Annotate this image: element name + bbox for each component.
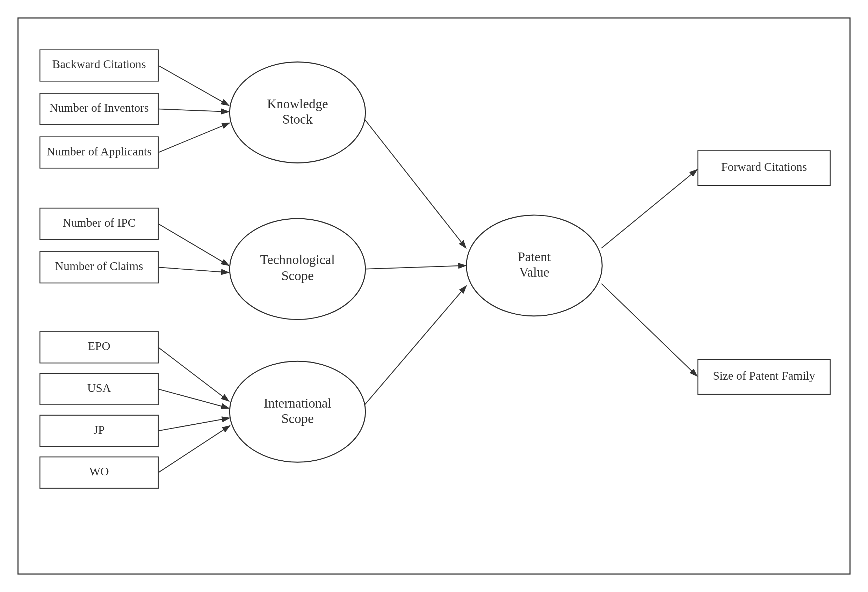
svg-text:International: International	[264, 396, 331, 410]
svg-text:Number of Applicants: Number of Applicants	[46, 145, 152, 158]
svg-text:Number of Inventors: Number of Inventors	[50, 101, 149, 114]
svg-text:Forward Citations: Forward Citations	[721, 160, 807, 173]
svg-line-16	[365, 286, 466, 405]
svg-text:EPO: EPO	[88, 339, 111, 352]
svg-text:Size of Patent Family: Size of Patent Family	[713, 369, 815, 382]
svg-line-6	[158, 109, 229, 112]
svg-line-18	[601, 284, 697, 376]
svg-text:Number of IPC: Number of IPC	[62, 216, 136, 229]
svg-text:Backward Citations: Backward Citations	[52, 57, 146, 71]
svg-text:Number of Claims: Number of Claims	[55, 259, 143, 272]
svg-line-13	[158, 426, 230, 473]
svg-line-15	[366, 265, 466, 269]
svg-line-12	[158, 418, 230, 431]
svg-line-7	[158, 123, 230, 153]
svg-text:WO: WO	[89, 465, 109, 478]
svg-text:USA: USA	[87, 381, 111, 394]
svg-text:Scope: Scope	[281, 411, 313, 426]
svg-text:Value: Value	[519, 265, 549, 280]
svg-line-17	[601, 169, 697, 248]
svg-line-14	[365, 119, 466, 248]
svg-line-8	[158, 224, 229, 266]
svg-text:Knowledge: Knowledge	[267, 96, 328, 111]
svg-line-11	[158, 389, 229, 408]
svg-line-5	[158, 65, 229, 106]
svg-line-10	[158, 347, 229, 401]
svg-text:Patent: Patent	[518, 249, 551, 264]
svg-text:Technological: Technological	[260, 252, 335, 267]
svg-text:Scope: Scope	[281, 268, 313, 283]
svg-text:Stock: Stock	[282, 112, 312, 127]
diagram-container: Knowledge Stock Technological Scope Inte…	[18, 18, 850, 574]
svg-line-9	[158, 267, 229, 272]
svg-text:JP: JP	[94, 423, 105, 436]
